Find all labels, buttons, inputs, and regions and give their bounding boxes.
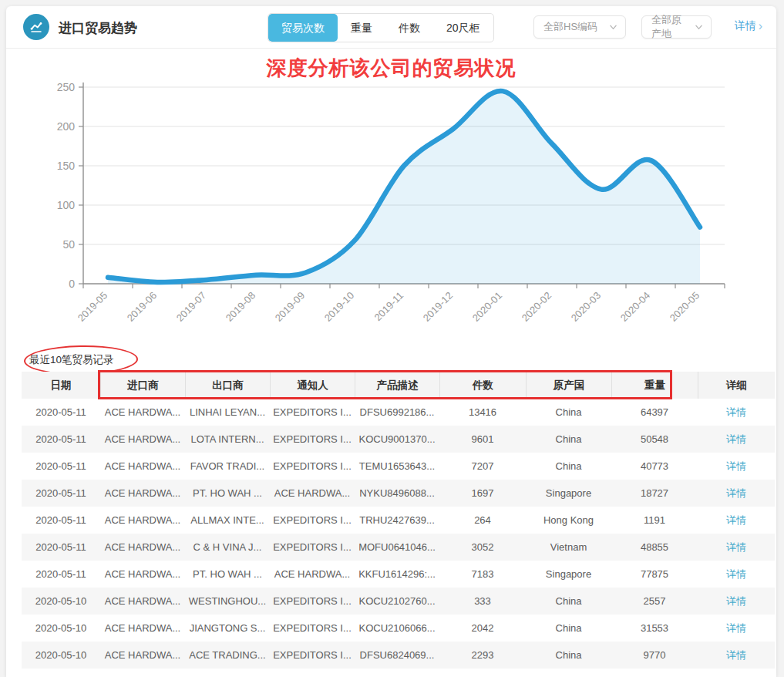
cell-date: 2020-05-11 (22, 507, 100, 534)
svg-text:100: 100 (57, 199, 76, 211)
row-detail-link[interactable]: 详情 (726, 433, 746, 445)
cell-pieces: 7183 (439, 561, 526, 588)
row-detail-link[interactable]: 详情 (726, 460, 746, 472)
svg-text:2020-04: 2020-04 (618, 290, 652, 324)
cell-origin: China (526, 615, 611, 642)
row-detail-link[interactable]: 详情 (726, 514, 746, 526)
cell-importer: ACE HARDWA... (100, 507, 185, 534)
svg-text:250: 250 (57, 81, 76, 93)
cell-notifier: EXPEDITORS I... (270, 642, 355, 669)
cell-date: 2020-05-10 (22, 588, 100, 615)
table-row: 2020-05-11ACE HARDWA...C & H VINA J...EX… (22, 534, 775, 561)
records-table: 日期进口商出口商通知人产品描述件数原产国重量详细 2020-05-11ACE H… (22, 372, 775, 669)
cell-pieces: 1697 (439, 480, 526, 507)
filter-group: 全部HS编码 全部原产地 (533, 15, 712, 39)
page-title: 进口贸易趋势 (59, 19, 137, 37)
row-detail-link[interactable]: 详情 (726, 541, 746, 553)
cell-notifier: EXPEDITORS I... (270, 426, 355, 453)
cell-pieces: 7207 (439, 453, 526, 480)
trend-chart-svg: 0501001502002502019-052019-062019-072019… (6, 61, 776, 335)
chevron-down-icon (695, 24, 702, 31)
cell-pieces: 13416 (439, 399, 526, 426)
cell-date: 2020-05-11 (22, 561, 100, 588)
cell-product: TEMU1653643... (355, 453, 439, 480)
row-detail-link[interactable]: 详情 (726, 595, 746, 607)
row-detail-link[interactable]: 详情 (726, 406, 746, 418)
cell-product: KOCU9001370... (355, 426, 439, 453)
svg-text:2019-09: 2019-09 (273, 290, 307, 324)
table-body: 2020-05-11ACE HARDWA...LINHAI LEYAN...EX… (22, 399, 775, 669)
row-detail-link[interactable]: 详情 (726, 649, 746, 661)
cell-detail: 详情 (698, 453, 775, 480)
table-row: 2020-05-11ACE HARDWA...FAVOR TRADI...EXP… (22, 453, 775, 480)
svg-text:2019-10: 2019-10 (322, 290, 356, 324)
cell-importer: ACE HARDWA... (100, 642, 185, 669)
table-row: 2020-05-11ACE HARDWA...PT. HO WAH ...ACE… (22, 561, 775, 588)
hs-code-dropdown[interactable]: 全部HS编码 (533, 15, 626, 39)
cell-detail: 详情 (698, 426, 775, 453)
cell-origin: China (526, 399, 611, 426)
row-detail-link[interactable]: 详情 (726, 568, 746, 580)
table-row: 2020-05-10ACE HARDWA...WESTINGHOU...EXPE… (22, 588, 775, 615)
cell-detail: 详情 (698, 615, 775, 642)
cell-weight: 77875 (611, 561, 698, 588)
topbar: 进口贸易趋势 贸易次数重量件数20尺柜 全部HS编码 全部原产地 详情 (6, 6, 776, 49)
metric-tab-2[interactable]: 件数 (385, 14, 433, 42)
cell-detail: 详情 (698, 507, 775, 534)
cell-notifier: ACE HARDWA... (270, 480, 355, 507)
trend-chart-area: 深度分析该公司的贸易状况 0501001502002502019-052019-… (6, 49, 776, 338)
cell-product: KOCU2106066... (355, 615, 439, 642)
cell-detail: 详情 (698, 480, 775, 507)
trend-logo-icon (23, 14, 49, 40)
svg-text:2019-11: 2019-11 (372, 290, 405, 324)
header-detail-link-label: 详情 (735, 19, 756, 33)
cell-weight: 40773 (611, 453, 698, 480)
cell-detail: 详情 (698, 588, 775, 615)
cell-exporter: LINHAI LEYAN... (185, 399, 270, 426)
cell-exporter: FAVOR TRADI... (185, 453, 270, 480)
cell-notifier: EXPEDITORS I... (270, 507, 355, 534)
cell-importer: ACE HARDWA... (100, 453, 185, 480)
column-header-1: 进口商 (100, 372, 185, 399)
column-header-2: 出口商 (185, 372, 270, 399)
cell-pieces: 9601 (439, 426, 526, 453)
origin-dropdown[interactable]: 全部原产地 (641, 15, 712, 39)
cell-detail: 详情 (698, 399, 775, 426)
cell-date: 2020-05-11 (22, 426, 100, 453)
chevron-right-icon: › (759, 21, 762, 32)
cell-notifier: EXPEDITORS I... (270, 588, 355, 615)
table-row: 2020-05-10ACE HARDWA...JIANGTONG S...EXP… (22, 615, 775, 642)
cell-product: DFSU6824069... (355, 642, 439, 669)
svg-text:150: 150 (57, 160, 76, 172)
row-detail-link[interactable]: 详情 (726, 487, 746, 499)
cell-importer: ACE HARDWA... (100, 615, 185, 642)
cell-weight: 64397 (611, 399, 698, 426)
cell-date: 2020-05-11 (22, 399, 100, 426)
cell-product: KOCU2102760... (355, 588, 439, 615)
cell-pieces: 333 (439, 588, 526, 615)
cell-detail: 详情 (698, 534, 775, 561)
cell-origin: China (526, 588, 611, 615)
svg-text:200: 200 (57, 120, 76, 133)
cell-weight: 18727 (611, 480, 698, 507)
table-row: 2020-05-11ACE HARDWA...LINHAI LEYAN...EX… (22, 399, 775, 426)
cell-date: 2020-05-11 (22, 534, 100, 561)
cell-product: NYKU8496088... (355, 480, 439, 507)
header-detail-link[interactable]: 详情 › (735, 19, 762, 33)
metric-tab-3[interactable]: 20尺柜 (433, 14, 493, 42)
cell-weight: 48855 (611, 534, 698, 561)
cell-product: KKFU1614296:... (355, 561, 439, 588)
row-detail-link[interactable]: 详情 (726, 622, 746, 634)
table-row: 2020-05-11ACE HARDWA...ALLMAX INTE...EXP… (22, 507, 775, 534)
metric-tab-1[interactable]: 重量 (338, 14, 385, 42)
cell-notifier: ACE HARDWA... (270, 561, 355, 588)
column-header-8: 详细 (698, 372, 775, 399)
chevron-down-icon (610, 24, 617, 31)
metric-tab-0[interactable]: 贸易次数 (268, 14, 338, 42)
cell-exporter: PT. HO WAH ... (185, 480, 270, 507)
cell-exporter: ALLMAX INTE... (185, 507, 270, 534)
table-row: 2020-05-10ACE HARDWA...ACE TRADING...EXP… (22, 642, 775, 669)
cell-origin: Vietnam (526, 534, 611, 561)
cell-detail: 详情 (698, 561, 775, 588)
cell-origin: China (526, 453, 611, 480)
